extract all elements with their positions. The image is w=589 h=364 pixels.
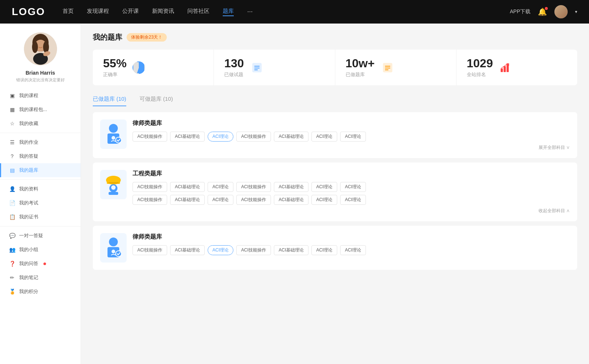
user-motto: 错误的决定比没有决定要好 [10, 77, 71, 83]
lawyer-icon [104, 123, 123, 145]
tag-eng-8[interactable]: ACI基础理论 [170, 195, 205, 205]
tag-eng-5[interactable]: ACI理论 [311, 182, 337, 192]
sidebar-item-groups[interactable]: 👥 我的小组 [0, 243, 81, 257]
tag-lawyer-2-2[interactable]: ACI理论 [208, 245, 233, 255]
category-body-engineer: 工程类题库 ACI技能操作 ACI基础理论 ACI理论 ACI技能操作 ACI基… [133, 170, 570, 214]
expand-link-lawyer-1[interactable]: 展开全部科目 ∨ [133, 144, 570, 151]
sidebar-item-favorites[interactable]: ☆ 我的收藏 [0, 117, 81, 131]
tag-lawyer-1-3[interactable]: ACI技能操作 [236, 132, 271, 142]
stat-done-banks-main: 10w+ 已做题库 [346, 57, 375, 78]
sidebar-item-quiz-bank[interactable]: ▤ 我的题库 [0, 163, 81, 177]
tag-lawyer-2-0[interactable]: ACI技能操作 [133, 245, 167, 255]
stats-row: 55% 正确率 130 已做试题 10w+ 已做题库 [93, 50, 577, 85]
questions-icon: ? [9, 153, 15, 159]
sidebar-item-label: 我的问答 [19, 260, 38, 267]
tag-lawyer-2-6[interactable]: ACI理论 [340, 245, 366, 255]
sidebar-item-certificates[interactable]: 📋 我的证书 [0, 210, 81, 224]
sidebar-item-course-packages[interactable]: ▦ 我的课程包... [0, 103, 81, 117]
accuracy-pie-icon [133, 61, 145, 74]
tag-eng-2[interactable]: ACI理论 [208, 182, 233, 192]
nav-qa[interactable]: 问答社区 [187, 8, 209, 16]
tag-eng-3[interactable]: ACI技能操作 [236, 182, 271, 192]
nav-quiz[interactable]: 题库 [223, 8, 234, 16]
sidebar-item-notes[interactable]: ✏ 我的笔记 [0, 271, 81, 285]
tab-available-banks[interactable]: 可做题库 (10) [140, 93, 173, 106]
stat-accuracy-label: 正确率 [103, 71, 127, 78]
sidebar-item-label: 我的收藏 [19, 120, 38, 127]
category-body-lawyer-2: 律师类题库 ACI技能操作 ACI基础理论 ACI理论 ACI技能操作 ACI基… [133, 233, 570, 263]
notification-dot [545, 7, 548, 10]
avatar-image [554, 5, 568, 18]
sidebar-item-points[interactable]: 🏅 我的积分 [0, 285, 81, 299]
sidebar-item-label: 一对一答疑 [19, 232, 43, 239]
tag-eng-1[interactable]: ACI基础理论 [170, 182, 205, 192]
collapse-link-engineer[interactable]: 收起全部科目 ∧ [133, 208, 570, 214]
svg-point-20 [112, 136, 115, 140]
nav-right: APP下载 🔔 ▾ [510, 5, 577, 18]
sidebar-item-questions[interactable]: ? 我的答疑 [0, 149, 81, 163]
notification-bell-icon[interactable]: 🔔 [538, 7, 547, 16]
stat-rank-main: 1029 全站排名 [467, 57, 493, 78]
one-on-one-icon: 💬 [9, 233, 15, 239]
sidebar-item-homework[interactable]: ☰ 我的作业 [0, 135, 81, 149]
app-download-button[interactable]: APP下载 [510, 8, 530, 15]
tag-eng-7[interactable]: ACI技能操作 [133, 195, 167, 205]
stat-rank: 1029 全站排名 [456, 50, 577, 85]
svg-rect-17 [507, 64, 509, 72]
category-body-lawyer-1: 律师类题库 ACI技能操作 ACI基础理论 ACI理论 ACI技能操作 ACI基… [133, 119, 570, 151]
stat-rank-label: 全站排名 [467, 71, 493, 78]
sidebar-item-one-on-one[interactable]: 💬 一对一答疑 [0, 229, 81, 243]
tag-lawyer-1-4[interactable]: ACI基础理论 [274, 132, 308, 142]
svg-rect-24 [108, 182, 119, 183]
category-section-engineer: 工程类题库 ACI技能操作 ACI基础理论 ACI理论 ACI技能操作 ACI基… [93, 163, 577, 221]
tag-eng-13[interactable]: ACI理论 [340, 195, 366, 205]
tag-lawyer-2-3[interactable]: ACI技能操作 [236, 245, 271, 255]
nav-home[interactable]: 首页 [63, 8, 74, 16]
tag-lawyer-2-1[interactable]: ACI基础理论 [170, 245, 205, 255]
svg-point-18 [109, 124, 118, 133]
sidebar-item-my-qa[interactable]: ❓ 我的问答 [0, 257, 81, 271]
tab-done-banks[interactable]: 已做题库 (10) [93, 93, 126, 106]
tag-lawyer-2-4[interactable]: ACI基础理论 [274, 245, 308, 255]
nav-open-course[interactable]: 公开课 [122, 8, 139, 16]
sidebar-item-my-courses[interactable]: ▣ 我的课程 [0, 89, 81, 103]
sidebar-menu: ▣ 我的课程 ▦ 我的课程包... ☆ 我的收藏 ☰ 我的作业 ? 我的答疑 ▤ [0, 89, 81, 299]
chevron-down-icon[interactable]: ▾ [575, 9, 577, 14]
tag-eng-6[interactable]: ACI理论 [340, 182, 366, 192]
category-section-lawyer-2: 律师类题库 ACI技能操作 ACI基础理论 ACI理论 ACI技能操作 ACI基… [93, 226, 577, 270]
svg-point-30 [112, 250, 115, 253]
avatar[interactable] [554, 5, 568, 18]
tag-lawyer-1-6[interactable]: ACI理论 [340, 132, 366, 142]
tag-eng-10[interactable]: ACI技能操作 [236, 195, 271, 205]
tag-lawyer-1-5[interactable]: ACI理论 [311, 132, 337, 142]
tag-lawyer-1-0[interactable]: ACI技能操作 [133, 132, 167, 142]
tag-eng-11[interactable]: ACI基础理论 [274, 195, 308, 205]
tag-lawyer-1-1[interactable]: ACI基础理论 [170, 132, 205, 142]
stat-accuracy: 55% 正确率 [93, 50, 214, 85]
stat-done-questions-label: 已做试题 [224, 71, 244, 78]
tags-row-lawyer-1: ACI技能操作 ACI基础理论 ACI理论 ACI技能操作 ACI基础理论 AC… [133, 132, 570, 142]
tag-eng-12[interactable]: ACI理论 [311, 195, 337, 205]
svg-rect-27 [109, 192, 118, 195]
tag-eng-9[interactable]: ACI理论 [208, 195, 233, 205]
done-questions-icon [250, 61, 264, 75]
tag-lawyer-2-5[interactable]: ACI理论 [311, 245, 337, 255]
tags-row-engineer-2: ACI技能操作 ACI基础理论 ACI理论 ACI技能操作 ACI基础理论 AC… [133, 195, 570, 205]
stat-done-banks: 10w+ 已做题库 [335, 50, 456, 85]
nav-links: 首页 发现课程 公开课 新闻资讯 问答社区 题库 ··· [63, 8, 510, 16]
sidebar-item-exams[interactable]: 📄 我的考试 [0, 196, 81, 210]
svg-point-21 [116, 137, 121, 143]
user-name: Brian Harris [25, 70, 55, 76]
stat-done-questions-value: 130 [224, 57, 244, 70]
nav-more[interactable]: ··· [247, 8, 253, 16]
category-icon-lawyer-1 [100, 119, 127, 149]
nav-news[interactable]: 新闻资讯 [152, 8, 174, 16]
tag-eng-4[interactable]: ACI基础理论 [274, 182, 308, 192]
tag-lawyer-1-2[interactable]: ACI理论 [208, 132, 233, 142]
sidebar-item-profile[interactable]: 👤 我的资料 [0, 182, 81, 196]
nav-discover[interactable]: 发现课程 [87, 8, 109, 16]
sidebar-item-label: 我的课程 [19, 92, 38, 99]
certificates-icon: 📋 [9, 214, 15, 220]
tag-eng-0[interactable]: ACI技能操作 [133, 182, 167, 192]
sidebar-item-label: 我的题库 [19, 167, 38, 174]
